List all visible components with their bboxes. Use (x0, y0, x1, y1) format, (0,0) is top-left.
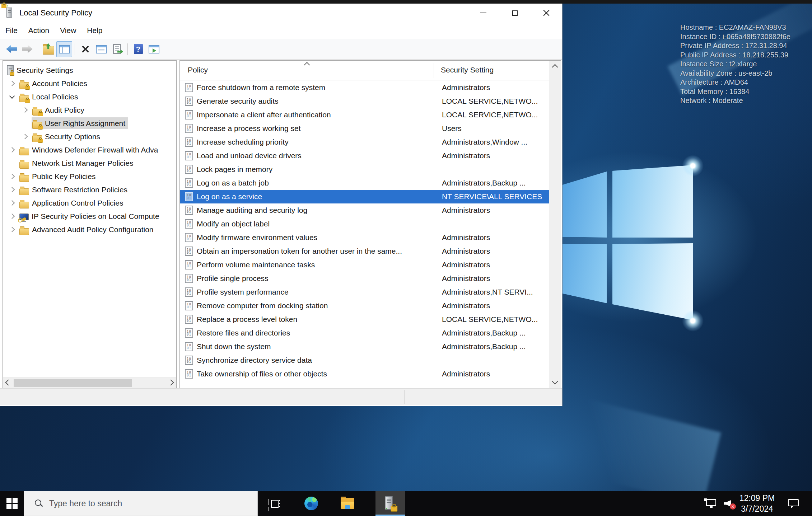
policy-cell: Log on as a batch job (197, 179, 441, 187)
title-bar[interactable]: Local Security Policy (0, 4, 562, 22)
show-console-tree-button[interactable] (56, 41, 72, 57)
policy-cell: Take ownership of files or other objects (197, 370, 441, 378)
column-header-policy[interactable]: Policy (188, 66, 208, 74)
table-row[interactable]: 1001 Manage auditing and security log Ad… (180, 203, 550, 217)
menu-item[interactable]: File (0, 22, 23, 39)
table-row[interactable]: 1001 Lock pages in memory (180, 163, 550, 176)
expander[interactable] (8, 188, 19, 192)
taskbar-clock[interactable]: 12:09 PM 3/7/2024 (734, 491, 780, 516)
table-row[interactable]: 1001 Shut down the system Administrators… (180, 340, 550, 353)
start-button[interactable] (0, 491, 24, 516)
policy-list-panel: Policy Security Setting 1001 Force shutd… (179, 60, 561, 388)
table-row[interactable]: 1001 Generate security audits LOCAL SERV… (180, 94, 550, 108)
tree-item-label: IP Security Policies on Local Compute (32, 212, 159, 221)
table-row[interactable]: 1001 Profile single process Administrato… (180, 272, 550, 285)
expander[interactable] (21, 121, 32, 125)
help-button[interactable]: ? (130, 41, 146, 57)
tree-item[interactable]: Account Policies (3, 77, 176, 90)
column-divider[interactable] (434, 63, 434, 78)
tree-item[interactable]: Software Restriction Policies (3, 183, 176, 196)
table-row[interactable]: 1001 Increase scheduling priority Admini… (180, 135, 550, 149)
table-row[interactable]: 1001 Load and unload device drivers Admi… (180, 149, 550, 163)
back-button[interactable] (4, 41, 19, 57)
policy-icon: 1001 (185, 301, 193, 310)
table-row[interactable]: 1001 Remove computer from docking statio… (180, 299, 550, 313)
local-security-policy-taskbar-button[interactable] (375, 491, 405, 516)
scroll-right-icon[interactable] (168, 380, 174, 386)
table-row[interactable]: 1001 Perform volume maintenance tasks Ad… (180, 258, 550, 272)
minimize-button[interactable] (467, 4, 499, 22)
policy-rows: 1001 Force shutdown from a remote system… (180, 81, 550, 381)
tree-item[interactable]: Application Control Policies (3, 196, 176, 210)
expander[interactable] (8, 174, 19, 178)
task-view-button[interactable] (263, 491, 285, 516)
tree-item[interactable]: Security Options (3, 130, 176, 143)
column-header-security-setting[interactable]: Security Setting (441, 66, 494, 74)
expander[interactable] (8, 214, 19, 218)
table-row[interactable]: 1001 Profile system performance Administ… (180, 285, 550, 299)
table-row[interactable]: 1001 Take ownership of files or other ob… (180, 367, 550, 381)
tree-item[interactable]: Audit Policy (3, 103, 176, 117)
tree-item[interactable]: Advanced Audit Policy Configuration (3, 223, 176, 236)
list-header: Policy Security Setting (180, 61, 561, 80)
tree-item[interactable]: User Rights Assignment (3, 117, 176, 130)
expander[interactable] (8, 227, 19, 231)
file-explorer-button[interactable] (336, 491, 359, 516)
tree-item[interactable]: Public Key Policies (3, 170, 176, 183)
toolbar-separator (127, 43, 128, 55)
up-one-level-button[interactable] (41, 41, 56, 57)
desktop-screen: Hostname : EC2AMAZ-FAN98V3Instance ID : … (0, 0, 812, 516)
tree-item[interactable]: Security Settings (3, 64, 176, 77)
show-action-pane-button[interactable] (146, 41, 162, 57)
tree-item-label: Network List Manager Policies (32, 159, 133, 168)
expander[interactable] (21, 108, 32, 112)
maximize-button[interactable] (499, 4, 531, 22)
scroll-down-icon[interactable] (552, 379, 558, 385)
scroll-up-icon[interactable] (552, 64, 558, 70)
table-row[interactable]: 1001 Modify an object label (180, 217, 550, 231)
tree-item[interactable]: IP Security Policies on Local Compute (3, 210, 176, 223)
expander[interactable] (8, 95, 19, 98)
expander[interactable] (21, 135, 32, 139)
table-row[interactable]: 1001 Force shutdown from a remote system… (180, 81, 550, 94)
taskbar-search[interactable] (24, 491, 258, 516)
policy-cell: Generate security audits (197, 97, 441, 105)
windows-logo (560, 158, 696, 327)
menu-item[interactable]: View (55, 22, 81, 39)
expander[interactable] (8, 161, 19, 165)
tree-node-icon (32, 109, 42, 116)
help-icon: ? (134, 44, 143, 54)
delete-button[interactable] (78, 41, 93, 57)
forward-button[interactable] (19, 41, 35, 57)
tree-item[interactable]: Local Policies (3, 90, 176, 103)
table-row[interactable]: 1001 Log on as a batch job Administrator… (180, 176, 550, 190)
table-row[interactable]: 1001 Synchronize directory service data (180, 353, 550, 367)
expander[interactable] (8, 201, 19, 205)
properties-button[interactable] (93, 41, 109, 57)
expander[interactable] (8, 81, 19, 85)
table-row[interactable]: 1001 Log on as a service NT SERVICE\ALL … (180, 190, 550, 203)
table-row[interactable]: 1001 Obtain an impersonation token for a… (180, 244, 550, 258)
edge-button[interactable] (300, 491, 322, 516)
table-row[interactable]: 1001 Impersonate a client after authenti… (180, 108, 550, 122)
close-button[interactable] (531, 4, 562, 22)
menu-item[interactable]: Action (23, 22, 55, 39)
tree-item[interactable]: Windows Defender Firewall with Adva (3, 143, 176, 156)
search-input[interactable] (48, 498, 208, 509)
system-info-line: Architecture : AMD64 (680, 78, 790, 87)
table-row[interactable]: 1001 Replace a process level token LOCAL… (180, 313, 550, 326)
horizontal-scrollbar[interactable] (3, 377, 176, 388)
expander[interactable] (8, 148, 19, 152)
vertical-scrollbar[interactable] (549, 61, 561, 388)
export-list-button[interactable] (109, 41, 125, 57)
table-row[interactable]: 1001 Restore files and directories Admin… (180, 326, 550, 340)
clock-date: 3/7/2024 (741, 503, 773, 514)
scroll-left-icon[interactable] (5, 380, 11, 386)
tree-item[interactable]: Network List Manager Policies (3, 156, 176, 170)
action-center-button[interactable] (783, 491, 805, 516)
table-row[interactable]: 1001 Modify firmware environment values … (180, 231, 550, 244)
chevron-icon (9, 187, 15, 193)
menu-item[interactable]: Help (81, 22, 108, 39)
scrollbar-thumb[interactable] (14, 379, 132, 387)
table-row[interactable]: 1001 Increase a process working set User… (180, 122, 550, 135)
